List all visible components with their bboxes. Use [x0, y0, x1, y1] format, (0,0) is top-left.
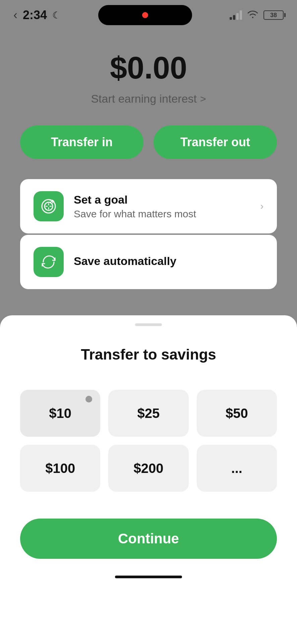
- amount-button-50[interactable]: $50: [197, 390, 277, 437]
- wifi-icon: [247, 9, 259, 21]
- signal-bar-3: [236, 13, 239, 20]
- interest-arrow-icon: >: [200, 93, 206, 105]
- signal-bar-4: [240, 10, 242, 20]
- home-indicator: [115, 576, 182, 578]
- amount-button-25[interactable]: $25: [108, 390, 188, 437]
- signal-bars-icon: [230, 10, 242, 20]
- save-auto-text: Save automatically: [74, 255, 263, 270]
- set-goal-row[interactable]: Set a goal Save for what matters most ›: [20, 179, 277, 233]
- interest-link[interactable]: Start earning interest >: [20, 92, 277, 105]
- moon-icon: ☾: [52, 10, 61, 21]
- transfer-in-button[interactable]: Transfer in: [20, 125, 143, 159]
- set-goal-title: Set a goal: [74, 193, 250, 206]
- sheet-handle: [135, 323, 162, 326]
- bottom-sheet: Transfer to savings $10 $25 $50 $100 $20…: [0, 315, 297, 644]
- drag-handle: [85, 396, 92, 402]
- amount-button-200[interactable]: $200: [108, 445, 188, 492]
- set-goal-text: Set a goal Save for what matters most: [74, 193, 250, 220]
- continue-button[interactable]: Continue: [20, 519, 277, 559]
- amount-button-100[interactable]: $100: [20, 445, 100, 492]
- signal-bar-1: [230, 17, 232, 20]
- amount-label-25: $25: [137, 406, 160, 421]
- dynamic-island: [98, 5, 192, 25]
- save-auto-icon-wrap: [34, 247, 64, 277]
- amount-button-10[interactable]: $10: [20, 390, 100, 437]
- status-left: ‹ 2:34 ☾: [13, 8, 61, 22]
- battery-icon: 38: [263, 10, 284, 20]
- amount-button-other[interactable]: ...: [197, 445, 277, 492]
- set-goal-chevron-icon: ›: [260, 201, 263, 212]
- amount-label-10: $10: [49, 406, 71, 421]
- interest-link-text: Start earning interest: [91, 92, 197, 105]
- save-auto-row[interactable]: Save automatically: [20, 235, 277, 289]
- svg-point-0: [42, 200, 55, 213]
- time-display: 2:34: [23, 8, 47, 22]
- set-goal-icon-wrap: [34, 191, 64, 221]
- amount-label-other: ...: [231, 461, 242, 476]
- sheet-title: Transfer to savings: [20, 346, 277, 363]
- balance-display: $0.00: [20, 50, 277, 86]
- amount-label-200: $200: [134, 461, 164, 476]
- amount-label-50: $50: [226, 406, 248, 421]
- transfer-buttons-row: Transfer in Transfer out: [20, 125, 277, 159]
- amount-grid: $10 $25 $50 $100 $200 ...: [20, 390, 277, 492]
- recording-dot: [142, 12, 148, 18]
- signal-bar-2: [233, 15, 235, 20]
- back-arrow-icon[interactable]: ‹: [13, 8, 17, 22]
- battery-level: 38: [270, 12, 277, 19]
- save-auto-title: Save automatically: [74, 255, 263, 268]
- transfer-out-button[interactable]: Transfer out: [154, 125, 277, 159]
- amount-label-100: $100: [45, 461, 75, 476]
- status-right: 38: [230, 9, 284, 21]
- set-goal-subtitle: Save for what matters most: [74, 208, 250, 220]
- status-bar: ‹ 2:34 ☾ 38: [0, 0, 297, 30]
- background-content: $0.00 Start earning interest > Transfer …: [0, 30, 297, 289]
